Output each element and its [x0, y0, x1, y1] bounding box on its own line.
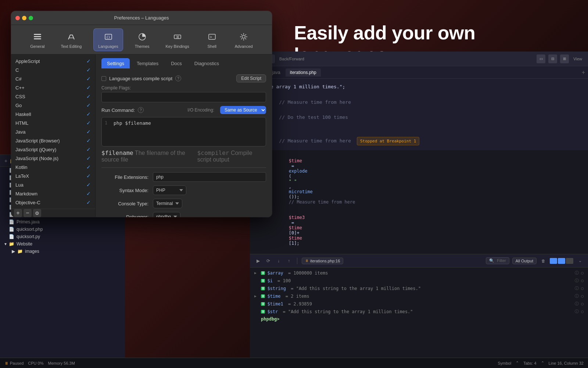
toolbar-item-text-editing[interactable]: Text Editing — [56, 29, 86, 51]
debug-step-down-button[interactable]: ↓ — [275, 257, 282, 265]
io-encoding-select[interactable]: Same as Source — [220, 106, 266, 114]
remove-language-button[interactable]: − — [24, 209, 32, 217]
debug-panel: ▶ ⟳ ↓ ↑ ⏸ iterations.php:16 🔍 Filter All… — [250, 254, 588, 368]
preferences-content: AppleScript ✓ C ✓ C# ✓ C++ ✓ CSS ✓ — [11, 54, 272, 217]
debug-var-array: ▶ V $array = 1000000 items ⓘ ○ — [254, 269, 584, 277]
folder-website[interactable]: ▾ 📁 Website — [0, 240, 125, 248]
toolbar-item-languages[interactable]: {} Languages — [93, 28, 123, 51]
file-extensions-input[interactable] — [153, 172, 266, 182]
debug-step-over-button[interactable]: ⟳ — [265, 257, 272, 265]
debug-play-button[interactable]: ▶ — [254, 257, 262, 265]
syntax-mode-select[interactable]: PHP Python Ruby JavaScript — [153, 185, 186, 195]
lang-item-markdown[interactable]: Markdown ✓ — [11, 189, 95, 198]
lang-item-cpp[interactable]: C++ ✓ — [11, 83, 95, 92]
tab-docs[interactable]: Docs — [165, 58, 187, 68]
layout-btn-2[interactable] — [558, 258, 565, 264]
lang-item-js-browser[interactable]: JavaScript (Browser) ✓ — [11, 136, 95, 145]
toolbar-item-advanced[interactable]: Advanced — [230, 29, 257, 51]
tab-iterations-php[interactable]: iterations.php — [286, 68, 321, 77]
lang-item-js-jquery[interactable]: JavaScript (jQuery) ✓ — [11, 145, 95, 154]
filter-input-container: 🔍 Filter — [486, 257, 509, 264]
var-hint-filename: $filename The filename of the source fil… — [101, 149, 189, 163]
language-settings-button[interactable]: ⚙ — [33, 209, 41, 217]
run-command-editor[interactable]: 1 php $filename — [101, 117, 266, 146]
svg-text:>_: >_ — [210, 35, 215, 39]
lang-item-latex[interactable]: LaTeX ✓ — [11, 171, 95, 180]
pause-status: ⏸ Paused — [4, 361, 24, 365]
titlebar: Preferences – Languages — [11, 11, 272, 25]
debug-var-i: ▶ V $i = 100 ⓘ ○ — [254, 277, 584, 284]
lang-item-kotlin[interactable]: Kotlin ✓ — [11, 163, 95, 171]
view-grid-button[interactable]: ⊞ — [560, 54, 569, 63]
general-label: General — [30, 44, 44, 49]
debug-step-up-button[interactable]: ↑ — [285, 257, 293, 265]
close-button[interactable] — [15, 16, 20, 20]
toolbar-item-themes[interactable]: Themes — [130, 29, 154, 51]
compile-script-checkbox[interactable] — [101, 76, 106, 81]
lang-item-html[interactable]: HTML ✓ — [11, 118, 95, 127]
lang-item-haskell[interactable]: Haskell ✓ — [11, 110, 95, 118]
window-title: Preferences – Languages — [114, 15, 169, 21]
compile-flags-input[interactable] — [101, 92, 266, 102]
toolbar-item-general[interactable]: General — [26, 29, 49, 51]
lang-item-csharp[interactable]: C# ✓ — [11, 74, 95, 83]
compile-script-help[interactable]: ? — [175, 75, 181, 81]
svg-rect-0 — [34, 34, 41, 35]
folder-images[interactable]: ▶ 📁 images — [0, 248, 125, 255]
add-file-button[interactable]: + — [4, 158, 7, 164]
current-location-badge: ⏸ iterations.php:16 — [302, 258, 343, 264]
file-extensions-row: File Extensions: — [101, 172, 266, 182]
toolbar-item-key-bindings[interactable]: ⌘ Key Bindings — [161, 29, 194, 51]
debug-prompt-row: ▶ phpdbg> — [254, 315, 584, 323]
languages-label: Languages — [98, 44, 118, 49]
minimize-button[interactable] — [22, 16, 26, 20]
editor-toolbar: ‹ › Back/Forward ▭ ⊟ ⊞ View — [250, 52, 588, 66]
lang-item-applescript[interactable]: AppleScript ✓ — [11, 57, 95, 66]
lang-item-objc[interactable]: Objective-C ✓ — [11, 198, 95, 207]
layout-btn-1[interactable] — [550, 258, 557, 264]
compile-script-label: Language uses compile script — [109, 76, 172, 81]
tab-diagnostics[interactable]: Diagnostics — [189, 58, 225, 68]
edit-script-button[interactable]: Edit Script — [236, 74, 266, 82]
console-type-select[interactable]: Terminal Internal — [153, 199, 182, 208]
add-language-button[interactable]: + — [14, 209, 22, 217]
back-forward-label: Back/Forward — [279, 57, 304, 61]
breakpoint-badge: Stopped at Breakpoint 1 — [357, 137, 419, 146]
toolbar-item-shell[interactable]: >_ Shell — [201, 29, 223, 51]
output-select[interactable]: All Output — [512, 258, 537, 264]
maximize-button[interactable] — [29, 16, 33, 20]
compile-script-row: Language uses compile script ? Edit Scri… — [101, 74, 266, 82]
key-bindings-label: Key Bindings — [166, 44, 189, 49]
run-command-help[interactable]: ? — [138, 107, 144, 113]
lang-item-go[interactable]: Go ✓ — [11, 101, 95, 110]
text-editing-label: Text Editing — [61, 44, 82, 49]
tab-settings[interactable]: Settings — [101, 58, 130, 68]
view-single-button[interactable]: ▭ — [537, 54, 545, 63]
io-encoding-label: I/O Encoding: — [187, 107, 217, 113]
current-file-label: iterations.php:16 — [310, 259, 340, 263]
lang-item-c[interactable]: C ✓ — [11, 66, 95, 74]
file-item-quicksort-py[interactable]: 📄 quicksort.py — [0, 233, 125, 240]
lang-item-java[interactable]: Java ✓ — [11, 127, 95, 136]
debugger-label: Debugger: — [101, 214, 153, 217]
traffic-lights — [15, 16, 33, 20]
line-col-label: Line 16, Column 32 — [549, 361, 584, 365]
lang-item-js-node[interactable]: JavaScript (Node.js) ✓ — [11, 154, 95, 163]
debugger-select-wrapper: phpdbg xdebug None — [153, 212, 266, 217]
pause-label: Paused — [10, 361, 24, 365]
expand-debug-button[interactable]: ⌄ — [576, 257, 584, 265]
clear-debug-button[interactable]: 🗑 — [539, 257, 547, 265]
themes-icon — [136, 31, 148, 43]
file-item-quicksort-php[interactable]: 📄 quicksort.php — [0, 226, 125, 233]
layout-btn-3[interactable] — [566, 258, 573, 264]
lang-item-lua[interactable]: Lua ✓ — [11, 180, 95, 189]
debugger-select[interactable]: phpdbg xdebug None — [153, 212, 180, 217]
view-label: View — [573, 57, 582, 61]
view-split-button[interactable]: ⊟ — [548, 54, 557, 63]
memory-label: Memory 56.3M — [48, 361, 75, 365]
lang-item-css[interactable]: CSS ✓ — [11, 92, 95, 101]
status-bar: ⏸ Paused CPU 0% Memory 56.3M Symbol ⌃ Ta… — [0, 358, 588, 368]
file-item-primes-java[interactable]: 📄 Primes.java — [0, 218, 125, 226]
add-tab-button[interactable]: + — [582, 69, 585, 76]
tab-templates[interactable]: Templates — [131, 58, 164, 68]
